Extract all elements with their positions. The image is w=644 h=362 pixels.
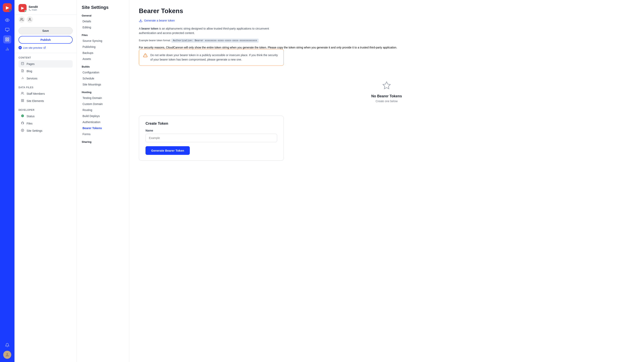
settings-panel: Site Settings General Details Editing Fi… <box>77 0 129 362</box>
data-files-section-title: Data Files <box>18 86 73 89</box>
settings-general-title: General <box>82 14 126 17</box>
grid-icon[interactable] <box>3 35 11 43</box>
empty-state-subtitle: Create one below <box>143 99 630 103</box>
settings-nav-details[interactable]: Details <box>80 18 126 24</box>
pages-icon <box>20 62 24 66</box>
services-icon <box>20 76 24 80</box>
github-icon <box>20 121 24 125</box>
settings-nav-build-deploys[interactable]: Build Deploys <box>80 113 126 119</box>
empty-state-title: No Bearer Tokens <box>143 94 630 98</box>
svg-rect-7 <box>8 40 9 41</box>
settings-nav-publishing[interactable]: Publishing <box>80 44 126 50</box>
bearer-description: A bearer token is an alphanumeric string… <box>139 26 284 35</box>
settings-nav-authentication[interactable]: Authentication <box>80 119 126 125</box>
svg-rect-31 <box>23 101 24 102</box>
settings-general-section: General Details Editing <box>80 14 126 30</box>
settings-nav-routing[interactable]: Routing <box>80 107 126 113</box>
nav-item-services[interactable]: Services <box>18 75 73 82</box>
svg-rect-6 <box>6 40 7 41</box>
app-logo[interactable]: ▶ <box>3 3 12 12</box>
nav-item-files[interactable]: Files <box>18 120 73 127</box>
svg-rect-28 <box>21 99 22 100</box>
code-example: Example bearer token format: Authorizati… <box>139 39 634 43</box>
nav-item-site-elements[interactable]: Site Elements <box>18 97 73 105</box>
security-text: For security reasons, CloudCannon will o… <box>139 46 634 49</box>
settings-nav-testing-domain[interactable]: Testing Domain <box>80 95 126 101</box>
data-files-section: Data Files Staff Members Site Elements <box>14 83 77 105</box>
svg-point-15 <box>29 18 30 19</box>
status-dot <box>9 9 11 12</box>
settings-nav-editing[interactable]: Editing <box>80 24 126 30</box>
monitor-icon[interactable] <box>3 26 11 34</box>
star-icon <box>143 81 630 92</box>
svg-point-0 <box>7 19 8 21</box>
svg-rect-5 <box>8 38 9 39</box>
user-icons-row <box>14 15 77 24</box>
team-icon-button[interactable] <box>18 16 25 23</box>
warning-box: Do not write down your bearer token in a… <box>139 49 284 66</box>
settings-builds-section: Builds Configuration Schedule Site Mount… <box>80 65 126 87</box>
code-block: Authorization: Bearer xxxxxxxx-xxxx-xxxx… <box>171 39 258 43</box>
svg-line-19 <box>44 47 46 48</box>
warning-icon <box>143 53 148 58</box>
svg-rect-1 <box>6 28 9 31</box>
settings-builds-title: Builds <box>82 65 126 68</box>
svg-rect-20 <box>21 62 24 65</box>
nav-item-site-settings[interactable]: Site Settings <box>18 127 73 134</box>
settings-nav-backups[interactable]: Backups <box>80 50 126 56</box>
settings-nav-configuration[interactable]: Configuration <box>80 69 126 75</box>
create-token-title: Create Token <box>146 121 277 126</box>
settings-sharing-title: Sharing <box>82 140 126 143</box>
nav-item-pages[interactable]: Pages <box>18 60 73 67</box>
nav-item-staff[interactable]: Staff Members <box>18 90 73 97</box>
avatar[interactable] <box>3 351 11 359</box>
staff-icon <box>20 92 24 96</box>
settings-nav-assets[interactable]: Assets <box>80 56 126 62</box>
generate-bearer-link[interactable]: Generate a bearer token <box>139 19 175 22</box>
settings-panel-title: Site Settings <box>80 5 126 10</box>
svg-point-11 <box>6 353 8 355</box>
chart-icon[interactable] <box>3 45 11 53</box>
site-branch: main <box>28 8 73 11</box>
settings-files-title: Files <box>82 33 126 37</box>
site-info: Sendit main <box>28 5 73 11</box>
settings-nav-forms[interactable]: Forms <box>80 131 126 137</box>
site-header: ▶ Sendit main <box>14 0 77 15</box>
publish-button[interactable]: Publish <box>18 36 73 44</box>
site-status-dot <box>24 10 26 12</box>
content-section: Content Pages Blog Services <box>14 53 77 83</box>
settings-nav-custom-domain[interactable]: Custom Domain <box>80 101 126 107</box>
warning-text: Do not write down your bearer token in a… <box>150 53 280 62</box>
settings-icon <box>20 129 24 133</box>
generate-bearer-token-button[interactable]: Generate Bearer Token <box>146 146 190 155</box>
nav-item-status[interactable]: Status <box>18 113 73 120</box>
site-name: Sendit <box>28 5 73 8</box>
developer-section-title: Developer <box>18 109 73 111</box>
svg-point-12 <box>30 10 31 11</box>
site-elements-icon <box>20 99 24 103</box>
empty-state: No Bearer Tokens Create one below <box>139 73 634 111</box>
svg-point-27 <box>22 92 22 93</box>
svg-point-14 <box>21 18 22 19</box>
settings-nav-source-syncing[interactable]: Source Syncing <box>80 38 126 44</box>
developer-section: Developer Status Files Site Settings <box>14 105 77 135</box>
nav-item-blog[interactable]: Blog <box>18 67 73 75</box>
settings-files-section: Files Source Syncing Publishing Backups … <box>80 33 126 62</box>
save-button[interactable]: Save <box>18 27 73 34</box>
bell-icon[interactable] <box>3 341 11 349</box>
live-preview-link[interactable]: Live site preview <box>18 45 73 50</box>
person-icon-button[interactable] <box>26 16 33 23</box>
svg-rect-29 <box>23 99 24 100</box>
settings-hosting-title: Hosting <box>82 91 126 94</box>
eye-icon[interactable] <box>3 16 11 24</box>
settings-nav-site-mountings[interactable]: Site Mountings <box>80 81 126 87</box>
settings-nav-bearer-tokens[interactable]: Bearer Tokens <box>80 125 126 131</box>
panel-actions: Save Publish Live site preview <box>14 24 77 53</box>
site-logo: ▶ <box>18 4 26 12</box>
settings-hosting-section: Hosting Testing Domain Custom Domain Rou… <box>80 91 126 137</box>
name-input[interactable] <box>146 134 277 142</box>
settings-nav-schedule[interactable]: Schedule <box>80 75 126 81</box>
settings-sharing-section: Sharing <box>80 140 126 143</box>
page-title: Bearer Tokens <box>139 7 634 15</box>
content-section-title: Content <box>18 56 73 59</box>
